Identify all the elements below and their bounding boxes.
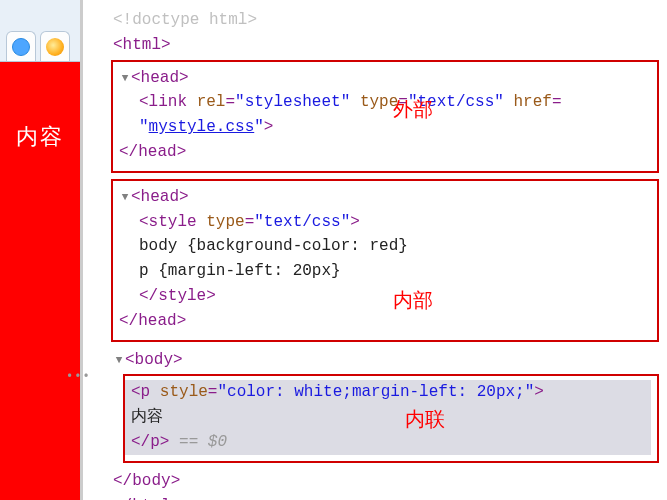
style-open-line[interactable]: <style type="text/css">	[119, 210, 651, 235]
style-close-line[interactable]: </style>	[119, 284, 651, 309]
doctype-line[interactable]: <!doctype html>	[93, 8, 667, 33]
p-text-line[interactable]: 内容	[131, 405, 651, 430]
link-line[interactable]: <link rel="stylesheet" type="text/css" h…	[119, 90, 651, 115]
annotation-label-external: 外部	[393, 94, 433, 125]
expand-arrow-icon[interactable]: ▼	[113, 352, 125, 369]
devtools-elements-panel[interactable]: <!doctype html> <html> 外部 ▼<head> <link …	[83, 0, 667, 500]
head-open-2[interactable]: ▼<head>	[119, 185, 651, 210]
left-sidebar: 内容	[0, 0, 80, 500]
p-open-line[interactable]: <p style="color: white;margin-left: 20px…	[131, 380, 651, 405]
browser-tab-2[interactable]	[40, 31, 70, 61]
body-open-line[interactable]: ▼<body>	[93, 348, 667, 373]
page-preview-text: 内容	[16, 124, 64, 149]
stylesheet-href-link[interactable]: mystyle.css	[149, 118, 255, 136]
p-close-line[interactable]: </p> == $0	[131, 430, 651, 455]
annotation-box-external: 外部 ▼<head> <link rel="stylesheet" type="…	[111, 60, 659, 173]
link-href-line[interactable]: "mystyle.css">	[119, 115, 651, 140]
style-body-1[interactable]: body {background-color: red}	[119, 234, 651, 259]
head-open-1[interactable]: ▼<head>	[119, 66, 651, 91]
body-close-line[interactable]: </body>	[93, 469, 667, 494]
expand-arrow-icon[interactable]: ▼	[119, 189, 131, 206]
annotation-label-internal: 内部	[393, 285, 433, 316]
annotation-box-internal: 内部 ▼<head> <style type="text/css"> body …	[111, 179, 659, 342]
style-body-2[interactable]: p {margin-left: 20px}	[119, 259, 651, 284]
html-close-line[interactable]: </html>	[93, 494, 667, 500]
head-close-2[interactable]: </head>	[119, 309, 651, 334]
app-root: 内容 ••• <!doctype html> <html> 外部 ▼<head>…	[0, 0, 667, 500]
annotation-box-inline: 内联 <p style="color: white;margin-left: 2…	[123, 374, 659, 462]
flame-icon	[46, 38, 64, 56]
head-close-1[interactable]: </head>	[119, 140, 651, 165]
expand-arrow-icon[interactable]: ▼	[119, 70, 131, 87]
page-preview-panel: 内容	[0, 62, 80, 500]
globe-icon	[12, 38, 30, 56]
selected-element[interactable]: <p style="color: white;margin-left: 20px…	[125, 380, 651, 454]
browser-tab-strip	[0, 0, 80, 62]
html-open-line[interactable]: <html>	[93, 33, 667, 58]
panel-divider[interactable]: •••	[80, 0, 83, 500]
annotation-label-inline: 内联	[405, 404, 445, 435]
browser-tab-1[interactable]	[6, 31, 36, 61]
ellipsis-icon: •••	[66, 370, 91, 384]
